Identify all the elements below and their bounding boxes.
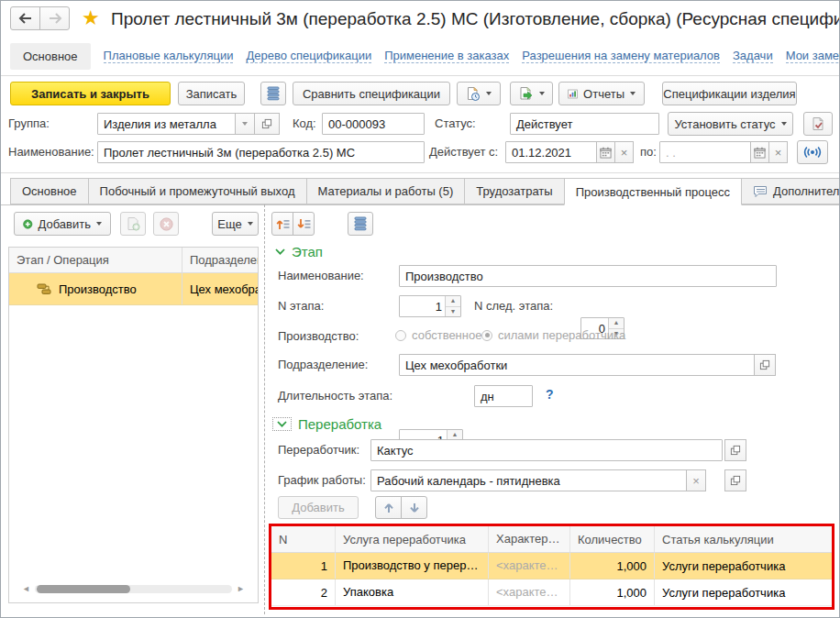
- back-button[interactable]: [10, 6, 40, 30]
- stage-department-input[interactable]: Цех мехобработки: [399, 354, 755, 376]
- processor-input[interactable]: Кактус: [370, 439, 723, 461]
- reports-button[interactable]: Отчеты: [558, 82, 645, 105]
- forward-button[interactable]: [39, 6, 70, 30]
- tab-labor[interactable]: Трудозатраты: [464, 178, 564, 204]
- column-characteristic[interactable]: Характеристика: [489, 526, 570, 552]
- stage-number-spinner[interactable]: ▲▼: [445, 296, 460, 316]
- stages-hscrollbar[interactable]: ◄ ►: [22, 584, 245, 594]
- duration-unit-input[interactable]: дн: [474, 385, 533, 407]
- column-article[interactable]: Статья калькуляции: [655, 526, 832, 552]
- duration-help-link[interactable]: ?: [546, 387, 554, 402]
- valid-from-clear-button[interactable]: ×: [614, 141, 634, 163]
- processor-open-button[interactable]: [724, 439, 746, 461]
- cell-characteristic: <характеристика>: [489, 579, 570, 605]
- favorite-star-icon[interactable]: ★: [82, 6, 100, 30]
- tab-byproducts[interactable]: Побочный и промежуточный выход: [88, 178, 307, 204]
- structure-button[interactable]: [260, 82, 286, 105]
- radio-processor-production[interactable]: силами переработчика: [481, 328, 625, 342]
- delete-stage-button[interactable]: [153, 212, 179, 236]
- column-department[interactable]: Подразделение: [182, 248, 258, 272]
- group-open-button[interactable]: [254, 113, 280, 135]
- scroll-right-icon[interactable]: ►: [237, 585, 245, 593]
- service-move-down-button[interactable]: [401, 496, 427, 519]
- add-stage-button[interactable]: Добавить: [14, 212, 111, 236]
- valid-to-clear-button[interactable]: ×: [768, 141, 788, 163]
- status-input[interactable]: Действует: [510, 113, 659, 135]
- column-service[interactable]: Услуга переработчика: [336, 526, 489, 552]
- group-dropdown-button[interactable]: [235, 113, 255, 135]
- column-quantity[interactable]: Количество: [570, 526, 655, 552]
- stage-name-input[interactable]: Производство: [399, 265, 777, 287]
- processing-section-header[interactable]: Переработка: [272, 416, 381, 432]
- department-cell: Цех мехобработки: [182, 273, 258, 304]
- column-n[interactable]: N: [271, 526, 336, 552]
- stage-number-label: N этапа:: [278, 299, 324, 313]
- set-status-button[interactable]: Установить статус: [668, 112, 793, 136]
- spin-up-icon[interactable]: ▲: [446, 296, 460, 307]
- stage-number-input[interactable]: 1 ▲▼: [399, 295, 461, 317]
- validity-history-button[interactable]: [797, 140, 828, 164]
- move-down-button[interactable]: [293, 212, 315, 236]
- tab-additional[interactable]: Дополнительно: [741, 178, 840, 204]
- nav-link-tasks[interactable]: Задачи: [733, 49, 773, 63]
- stage-structure-button[interactable]: [348, 212, 373, 236]
- valid-from-calendar-button[interactable]: [596, 141, 615, 163]
- item-specs-button[interactable]: Спецификации изделия: [662, 82, 797, 105]
- generate-dropdown-button[interactable]: [510, 82, 553, 105]
- tab-production-process[interactable]: Производственный процесс: [564, 178, 742, 205]
- add-service-button[interactable]: Добавить: [278, 496, 359, 519]
- spin-up-icon[interactable]: ▲: [609, 318, 624, 329]
- radio-own-production[interactable]: собственное: [395, 328, 481, 342]
- group-input[interactable]: Изделия из металла: [97, 113, 236, 135]
- stage-section-header[interactable]: Этап: [275, 244, 323, 259]
- schedule-input[interactable]: Рабочий календарь - пятидневка: [370, 469, 687, 491]
- scrollbar-track[interactable]: [35, 585, 232, 593]
- stages-more-button[interactable]: Еще: [212, 212, 259, 236]
- scroll-left-icon[interactable]: ◄: [22, 585, 30, 593]
- panel-splitter[interactable]: [264, 204, 265, 614]
- save-button[interactable]: Записать: [178, 82, 245, 105]
- nav-link-usage-in-orders[interactable]: Применение в заказах: [384, 49, 509, 63]
- scrollbar-thumb[interactable]: [37, 585, 130, 593]
- nav-link-planned-calculations[interactable]: Плановые калькуляции: [104, 49, 234, 63]
- chevron-focus-box: [272, 417, 292, 431]
- compare-specs-button[interactable]: Сравнить спецификации: [293, 82, 450, 105]
- nav-link-spec-tree[interactable]: Дерево спецификации: [246, 49, 371, 63]
- open-icon: [261, 118, 272, 129]
- code-input[interactable]: 00-000093: [322, 113, 425, 135]
- column-stage-operation[interactable]: Этап / Операция: [9, 248, 182, 272]
- nav-link-my-notes[interactable]: Мои заметки: [786, 49, 839, 63]
- add-service-label: Добавить: [292, 501, 344, 514]
- open-icon: [730, 445, 741, 456]
- schedule-clear-button[interactable]: ×: [686, 469, 706, 491]
- schedule-open-button[interactable]: [724, 469, 746, 491]
- move-buttons: [271, 212, 315, 236]
- valid-to-input[interactable]: . .: [659, 141, 751, 163]
- service-row-2[interactable]: 2 Упаковка <характеристика> 1,000 Услуги…: [271, 579, 832, 606]
- valid-to-label: по:: [640, 145, 657, 159]
- tab-materials[interactable]: Материалы и работы (5): [306, 178, 466, 204]
- valid-to-placeholder: . .: [666, 146, 676, 160]
- tab-main[interactable]: Основное: [10, 178, 89, 204]
- name-input[interactable]: Пролет лестничный 3м (переработка 2.5) М…: [97, 141, 425, 163]
- service-move-up-button[interactable]: [375, 496, 402, 519]
- move-up-button[interactable]: [271, 212, 293, 236]
- save-close-button[interactable]: Записать и закрыть: [10, 82, 171, 105]
- tab-label: Трудозатраты: [476, 184, 552, 198]
- valid-from-input[interactable]: 01.12.2021: [505, 141, 597, 163]
- status-document-button[interactable]: [803, 112, 833, 136]
- item-specs-label: Спецификации изделия: [663, 87, 795, 101]
- stack-icon: [354, 216, 367, 231]
- stage-department-open-button[interactable]: [754, 354, 776, 376]
- spin-down-icon[interactable]: ▼: [446, 307, 460, 317]
- copy-stage-button[interactable]: [120, 212, 146, 236]
- service-row-1[interactable]: 1 Производство у переработчика <характер…: [271, 553, 832, 579]
- nav-tab-main[interactable]: Основное: [10, 43, 91, 70]
- schedule-label: График работы:: [278, 473, 366, 487]
- nav-link-material-substitutions[interactable]: Разрешения на замену материалов: [522, 49, 720, 63]
- tab-label: Дополнительно: [773, 184, 840, 198]
- valid-to-calendar-button[interactable]: [750, 141, 769, 163]
- planned-calculation-dropdown-button[interactable]: [457, 82, 501, 105]
- dropdown-caret-icon: [248, 222, 253, 226]
- stage-row-production[interactable]: Производство Цех мехобработки: [9, 273, 258, 305]
